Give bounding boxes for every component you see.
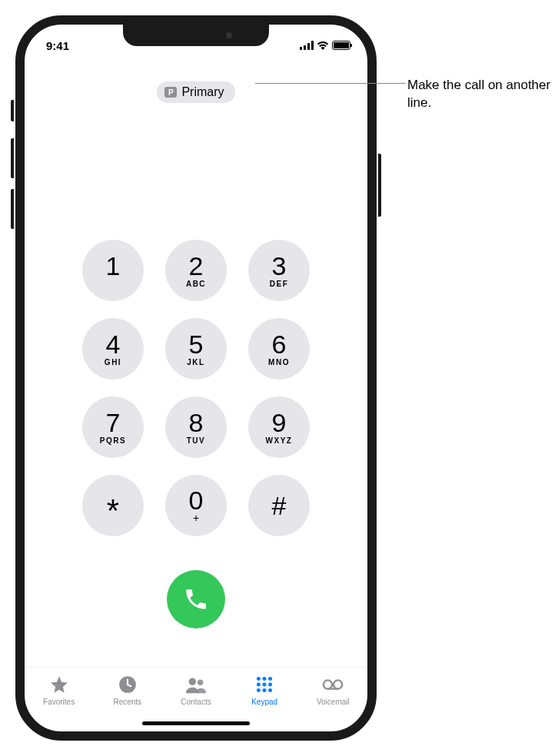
key-digit: 4 [106,331,121,357]
key-digit: 0 [189,487,204,513]
volume-up-button[interactable] [11,138,14,178]
callout-line [255,83,406,84]
key-digit: 9 [272,410,287,436]
svg-point-12 [268,683,272,687]
keypad: 1 2 ABC 3 DEF 4 GHI 5 JKL 6 MNO 7 PQRS 8 [25,240,367,536]
line-selector-label: Primary [181,85,224,99]
key-letters: ABC [186,280,206,288]
svg-point-17 [334,680,342,688]
star-icon [48,674,70,695]
key-digit: 7 [106,410,121,436]
line-badge: P [164,87,177,98]
key-letters: MNO [268,358,290,366]
svg-rect-3 [311,41,314,50]
wifi-icon [317,41,329,50]
tab-label: Recents [113,698,141,706]
keypad-9[interactable]: 9 WXYZ [248,396,310,458]
svg-point-11 [263,683,267,687]
key-digit: 3 [272,253,287,279]
svg-point-9 [268,677,272,681]
keypad-2[interactable]: 2 ABC [165,240,227,301]
cellular-signal-icon [300,41,314,50]
battery-icon [332,41,350,50]
svg-point-15 [268,688,272,692]
svg-point-6 [198,679,203,685]
callout-text: Make the call on another line. [407,77,558,112]
svg-point-16 [324,680,332,688]
keypad-star[interactable]: * [82,475,144,536]
key-digit: 5 [189,331,204,357]
svg-rect-1 [304,45,306,50]
key-digit: 6 [272,331,287,357]
phone-icon [183,586,209,612]
tab-voicemail[interactable]: Voicemail [301,674,365,706]
home-indicator[interactable] [142,721,250,725]
svg-rect-0 [300,47,302,50]
svg-point-8 [263,677,267,681]
clock-icon [117,674,138,695]
keypad-1[interactable]: 1 [82,240,144,301]
silent-switch[interactable] [11,100,14,121]
keypad-8[interactable]: 8 TUV [165,396,227,458]
tab-label: Favorites [43,698,75,706]
contacts-icon [185,674,207,695]
tab-label: Keypad [251,698,277,706]
volume-down-button[interactable] [11,189,14,229]
key-digit: 2 [189,253,204,279]
svg-point-10 [257,683,261,687]
key-digit: 8 [189,410,204,436]
voicemail-icon [322,674,344,695]
notch [123,25,269,46]
tab-keypad[interactable]: Keypad [232,674,297,706]
keypad-4[interactable]: 4 GHI [82,318,144,380]
phone-frame: 9:41 P Primary 1 2 ABC [15,15,377,741]
key-letters: GHI [105,358,121,366]
side-power-button[interactable] [378,154,381,217]
svg-point-7 [257,677,261,681]
svg-point-13 [257,688,261,692]
tab-contacts[interactable]: Contacts [164,674,228,706]
keypad-pound[interactable]: # [248,475,310,536]
keypad-7[interactable]: 7 PQRS [82,396,144,458]
tab-label: Voicemail [317,698,350,706]
keypad-6[interactable]: 6 MNO [248,318,310,380]
call-button[interactable] [167,570,225,628]
tab-recents[interactable]: Recents [95,674,160,706]
key-letters: JKL [187,358,204,366]
key-digit: * [107,495,119,527]
keypad-5[interactable]: 5 JKL [165,318,227,380]
tab-label: Contacts [181,698,211,706]
svg-point-14 [263,688,267,692]
key-letters: WXYZ [266,436,293,445]
keypad-3[interactable]: 3 DEF [248,240,310,301]
keypad-0[interactable]: 0 + [165,475,227,536]
tab-favorites[interactable]: Favorites [27,674,91,706]
key-digit: # [272,492,287,519]
key-letters: PQRS [100,436,126,445]
keypad-icon [254,674,275,695]
key-digit: 1 [106,253,121,279]
key-letters: TUV [187,436,206,445]
line-selector-button[interactable]: P Primary [157,81,234,103]
key-letters: + [193,512,199,524]
key-letters: DEF [270,280,289,288]
svg-point-5 [189,678,196,685]
svg-rect-2 [307,43,310,50]
